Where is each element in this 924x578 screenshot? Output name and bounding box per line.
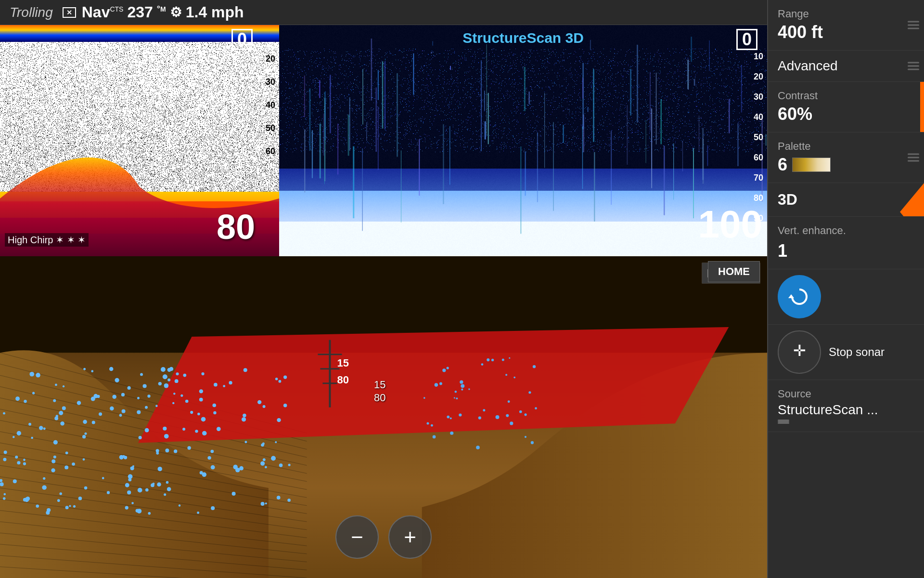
3d-label: 3D [778,191,797,208]
contrast-value: 60% [778,104,914,124]
sonar-depth-80: 80 [217,207,255,247]
stop-sonar-button[interactable]: ✛ [778,330,821,374]
sonar-panel[interactable]: 0 20 30 40 50 60 80 High Chirp ✶ ✶ ✶ [0,25,279,256]
boat-depth-far: 80 [374,392,385,404]
heading-value: 237 [127,3,153,21]
right-sidebar: Range 400 ft Advanced Contrast 60% Palet… [767,0,924,578]
zoom-controls: − + [335,515,432,559]
speed-value: 1.4 mph [186,3,244,21]
top-panels: 0 20 30 40 50 60 80 High Chirp ✶ ✶ ✶ Str… [0,25,767,256]
sonar-depth-zero: 0 [231,29,253,50]
range-label: Range [778,8,914,20]
degree-symbol: °M [157,3,166,21]
svg-marker-0 [788,294,794,298]
nav-label: NavCTS [82,3,124,21]
3d-section: 3D [768,183,924,217]
nav-section: ✕ NavCTS 237 °M ⚙ 1.4 mph [63,3,244,21]
palette-preview [792,158,831,172]
structure-scan-label: StructureScan 3D [462,30,584,46]
high-chirp-label: High Chirp ✶ ✶ ✶ [5,233,89,247]
stop-sonar-section: ✛ Stop sonar [768,325,924,380]
contrast-section: Contrast 60% [768,82,924,132]
palette-value: 6 [778,155,787,175]
prop-icon: ⚙ [170,4,182,20]
vert-enhance-btn-row [768,269,924,325]
sonar-depth-markers: 20 30 40 50 60 [266,54,275,170]
source-drag-handle[interactable] [778,420,914,424]
zoom-in-button[interactable]: + [388,515,432,559]
palette-row: 6 [778,155,914,175]
contrast-label: Contrast [778,90,914,102]
structure-depth-zero: 0 [736,29,757,50]
vert-enhance-label: Vert. enhance. [778,224,914,237]
zoom-out-button[interactable]: − [335,515,379,559]
palette-label: Palette [778,140,914,153]
main-content: 0 20 30 40 50 60 80 High Chirp ✶ ✶ ✶ Str… [0,25,767,578]
move-icon: ✛ [789,342,810,363]
bottom-3d-panel[interactable]: HOME 15 80 − + [0,256,767,578]
structure-depth-100: 100 [698,202,762,247]
palette-drag-handle[interactable] [908,154,919,162]
vert-enhance-button[interactable] [778,275,821,318]
header-bar: Trolling ✕ NavCTS 237 °M ⚙ 1.4 mph [0,0,767,25]
source-label: Source [778,388,914,400]
vert-enhance-value: 1 [778,241,914,261]
range-value: 400 ft [778,22,914,42]
range-drag-handle[interactable] [908,21,919,29]
boat-depth-near: 15 [374,379,385,391]
contrast-accent [920,82,924,132]
palette-section: Palette 6 [768,132,924,183]
home-button[interactable]: HOME [708,261,760,282]
stop-sonar-label: Stop sonar [829,345,885,359]
range-section: Range 400 ft [768,0,924,51]
cts-sup: CTS [110,5,123,13]
advanced-drag-handle[interactable] [908,62,919,70]
advanced-label: Advanced [778,58,914,74]
source-section: Source StructureScan ... [768,380,924,432]
vert-enhance-icon [787,285,811,309]
advanced-section[interactable]: Advanced [768,51,924,82]
vert-enhance-section: Vert. enhance. 1 [768,217,924,269]
structure-panel[interactable]: StructureScan 3D 0 10 20 30 40 50 60 70 … [279,25,767,256]
trolling-label: Trolling [10,5,53,20]
source-value: StructureScan ... [778,402,914,418]
nav-box-icon: ✕ [63,7,76,18]
3d-orange-triangle [900,183,924,217]
svg-text:✛: ✛ [793,342,806,359]
